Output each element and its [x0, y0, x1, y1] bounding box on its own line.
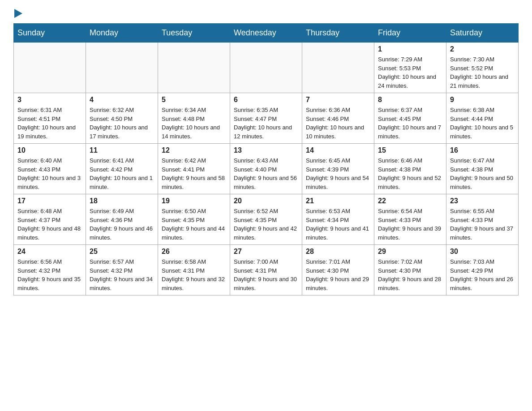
day-info: Sunrise: 6:48 AMSunset: 4:37 PMDaylight:…: [17, 207, 82, 242]
day-number: 23: [450, 197, 515, 205]
day-info: Sunrise: 6:45 AMSunset: 4:39 PMDaylight:…: [306, 156, 370, 191]
day-number: 10: [17, 146, 82, 154]
day-info: Sunrise: 6:37 AMSunset: 4:45 PMDaylight:…: [378, 106, 442, 141]
calendar-cell: 23Sunrise: 6:55 AMSunset: 4:33 PMDayligh…: [446, 194, 519, 245]
logo: [13, 9, 22, 14]
day-info: Sunrise: 6:58 AMSunset: 4:31 PMDaylight:…: [162, 257, 226, 292]
day-number: 1: [378, 45, 442, 53]
day-number: 22: [378, 197, 442, 205]
calendar-week-row: 10Sunrise: 6:40 AMSunset: 4:43 PMDayligh…: [14, 144, 519, 194]
day-number: 17: [17, 197, 82, 205]
day-info: Sunrise: 6:52 AMSunset: 4:35 PMDaylight:…: [234, 207, 298, 242]
calendar-cell: 27Sunrise: 7:00 AMSunset: 4:31 PMDayligh…: [230, 245, 302, 295]
calendar-cell: 22Sunrise: 6:54 AMSunset: 4:33 PMDayligh…: [374, 194, 446, 245]
day-info: Sunrise: 6:34 AMSunset: 4:48 PMDaylight:…: [162, 106, 226, 141]
calendar-week-row: 1Sunrise: 7:29 AMSunset: 5:53 PMDaylight…: [14, 43, 519, 93]
day-number: 14: [306, 146, 370, 154]
day-info: Sunrise: 7:01 AMSunset: 4:30 PMDaylight:…: [306, 257, 370, 292]
weekday-header-monday: Monday: [86, 24, 158, 43]
day-info: Sunrise: 7:03 AMSunset: 4:29 PMDaylight:…: [450, 257, 515, 292]
weekday-header-tuesday: Tuesday: [158, 24, 230, 43]
day-number: 13: [234, 146, 298, 154]
day-info: Sunrise: 7:00 AMSunset: 4:31 PMDaylight:…: [234, 257, 298, 292]
day-info: Sunrise: 6:32 AMSunset: 4:50 PMDaylight:…: [90, 106, 154, 141]
day-info: Sunrise: 6:31 AMSunset: 4:51 PMDaylight:…: [17, 106, 82, 141]
calendar-cell: 21Sunrise: 6:53 AMSunset: 4:34 PMDayligh…: [302, 194, 374, 245]
calendar-cell: [86, 43, 158, 93]
weekday-header-sunday: Sunday: [14, 24, 86, 43]
calendar-cell: 2Sunrise: 7:30 AMSunset: 5:52 PMDaylight…: [446, 43, 519, 93]
day-info: Sunrise: 7:29 AMSunset: 5:53 PMDaylight:…: [378, 55, 442, 90]
calendar-cell: 9Sunrise: 6:38 AMSunset: 4:44 PMDaylight…: [446, 93, 519, 144]
weekday-header-wednesday: Wednesday: [230, 24, 302, 43]
calendar-cell: 7Sunrise: 6:36 AMSunset: 4:46 PMDaylight…: [302, 93, 374, 144]
day-number: 11: [90, 146, 154, 154]
calendar-cell: 15Sunrise: 6:46 AMSunset: 4:38 PMDayligh…: [374, 144, 446, 194]
calendar-cell: 4Sunrise: 6:32 AMSunset: 4:50 PMDaylight…: [86, 93, 158, 144]
calendar-cell: 12Sunrise: 6:42 AMSunset: 4:41 PMDayligh…: [158, 144, 230, 194]
calendar-cell: [14, 43, 86, 93]
calendar-cell: 26Sunrise: 6:58 AMSunset: 4:31 PMDayligh…: [158, 245, 230, 295]
day-info: Sunrise: 6:40 AMSunset: 4:43 PMDaylight:…: [17, 156, 82, 191]
day-number: 24: [17, 248, 82, 256]
day-info: Sunrise: 6:41 AMSunset: 4:42 PMDaylight:…: [90, 156, 154, 191]
calendar-cell: [302, 43, 374, 93]
weekday-header-thursday: Thursday: [302, 24, 374, 43]
day-info: Sunrise: 6:53 AMSunset: 4:34 PMDaylight:…: [306, 207, 370, 242]
day-number: 18: [90, 197, 154, 205]
day-number: 16: [450, 146, 515, 154]
day-info: Sunrise: 7:02 AMSunset: 4:30 PMDaylight:…: [378, 257, 442, 292]
calendar-cell: 13Sunrise: 6:43 AMSunset: 4:40 PMDayligh…: [230, 144, 302, 194]
day-info: Sunrise: 6:38 AMSunset: 4:44 PMDaylight:…: [450, 106, 515, 141]
calendar-cell: [158, 43, 230, 93]
day-number: 6: [234, 96, 298, 104]
day-info: Sunrise: 6:55 AMSunset: 4:33 PMDaylight:…: [450, 207, 515, 242]
day-info: Sunrise: 6:43 AMSunset: 4:40 PMDaylight:…: [234, 156, 298, 191]
day-number: 4: [90, 96, 154, 104]
day-info: Sunrise: 6:54 AMSunset: 4:33 PMDaylight:…: [378, 207, 442, 242]
calendar-cell: 5Sunrise: 6:34 AMSunset: 4:48 PMDaylight…: [158, 93, 230, 144]
day-info: Sunrise: 6:42 AMSunset: 4:41 PMDaylight:…: [162, 156, 226, 191]
day-info: Sunrise: 6:46 AMSunset: 4:38 PMDaylight:…: [378, 156, 442, 191]
day-number: 15: [378, 146, 442, 154]
day-info: Sunrise: 6:57 AMSunset: 4:32 PMDaylight:…: [90, 257, 154, 292]
calendar-cell: 8Sunrise: 6:37 AMSunset: 4:45 PMDaylight…: [374, 93, 446, 144]
day-info: Sunrise: 6:56 AMSunset: 4:32 PMDaylight:…: [17, 257, 82, 292]
weekday-header-saturday: Saturday: [446, 24, 519, 43]
calendar-cell: 24Sunrise: 6:56 AMSunset: 4:32 PMDayligh…: [14, 245, 86, 295]
calendar-cell: 16Sunrise: 6:47 AMSunset: 4:38 PMDayligh…: [446, 144, 519, 194]
day-number: 28: [306, 248, 370, 256]
calendar-cell: [230, 43, 302, 93]
calendar-cell: 10Sunrise: 6:40 AMSunset: 4:43 PMDayligh…: [14, 144, 86, 194]
calendar-week-row: 17Sunrise: 6:48 AMSunset: 4:37 PMDayligh…: [14, 194, 519, 245]
calendar-cell: 19Sunrise: 6:50 AMSunset: 4:35 PMDayligh…: [158, 194, 230, 245]
calendar-cell: 18Sunrise: 6:49 AMSunset: 4:36 PMDayligh…: [86, 194, 158, 245]
calendar-week-row: 3Sunrise: 6:31 AMSunset: 4:51 PMDaylight…: [14, 93, 519, 144]
day-info: Sunrise: 7:30 AMSunset: 5:52 PMDaylight:…: [450, 55, 515, 90]
day-number: 26: [162, 248, 226, 256]
day-number: 5: [162, 96, 226, 104]
calendar-cell: 1Sunrise: 7:29 AMSunset: 5:53 PMDaylight…: [374, 43, 446, 93]
day-number: 7: [306, 96, 370, 104]
day-number: 19: [162, 197, 226, 205]
day-info: Sunrise: 6:49 AMSunset: 4:36 PMDaylight:…: [90, 207, 154, 242]
calendar-week-row: 24Sunrise: 6:56 AMSunset: 4:32 PMDayligh…: [14, 245, 519, 295]
day-number: 3: [17, 96, 82, 104]
day-number: 8: [378, 96, 442, 104]
day-info: Sunrise: 6:50 AMSunset: 4:35 PMDaylight:…: [162, 207, 226, 242]
calendar-cell: 25Sunrise: 6:57 AMSunset: 4:32 PMDayligh…: [86, 245, 158, 295]
day-info: Sunrise: 6:35 AMSunset: 4:47 PMDaylight:…: [234, 106, 298, 141]
calendar-cell: 20Sunrise: 6:52 AMSunset: 4:35 PMDayligh…: [230, 194, 302, 245]
day-number: 12: [162, 146, 226, 154]
day-number: 21: [306, 197, 370, 205]
day-number: 30: [450, 248, 515, 256]
day-number: 25: [90, 248, 154, 256]
weekday-header-friday: Friday: [374, 24, 446, 43]
calendar-cell: 11Sunrise: 6:41 AMSunset: 4:42 PMDayligh…: [86, 144, 158, 194]
day-number: 9: [450, 96, 515, 104]
calendar-cell: 30Sunrise: 7:03 AMSunset: 4:29 PMDayligh…: [446, 245, 519, 295]
calendar-cell: 3Sunrise: 6:31 AMSunset: 4:51 PMDaylight…: [14, 93, 86, 144]
day-number: 29: [378, 248, 442, 256]
calendar-cell: 28Sunrise: 7:01 AMSunset: 4:30 PMDayligh…: [302, 245, 374, 295]
calendar-table: SundayMondayTuesdayWednesdayThursdayFrid…: [13, 23, 519, 295]
